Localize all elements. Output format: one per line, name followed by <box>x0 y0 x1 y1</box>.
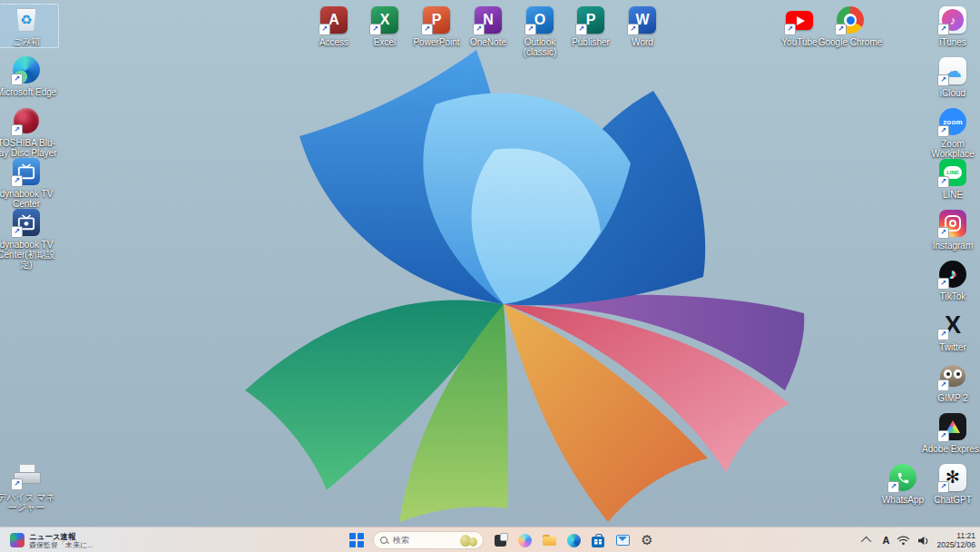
shortcut-arrow-icon: ↗ <box>784 24 796 35</box>
shortcut-arrow-icon: ↗ <box>937 74 949 86</box>
search-placeholder: 検索 <box>393 535 454 547</box>
desktop-icon-device-manager[interactable]: ↗ デバイス マネージャー <box>0 459 59 512</box>
speaker-icon[interactable] <box>917 536 929 546</box>
powerpoint-icon: P ↗ <box>420 5 453 35</box>
wallpaper-bloom <box>0 0 980 552</box>
desktop: ♻ ごみ箱 ↗ Microsoft Edge ↗ TOSHIBA Blu-ray… <box>0 0 980 552</box>
icon-label: iCloud <box>940 88 965 98</box>
windows-logo-icon <box>348 531 366 549</box>
shortcut-arrow-icon: ↗ <box>11 124 23 136</box>
desktop-icon-word[interactable]: W ↗ Word <box>610 5 675 47</box>
icon-label: dynabook TV Center <box>0 189 59 209</box>
edge-taskbar-button[interactable] <box>565 532 582 548</box>
desktop-icon-recycle-bin[interactable]: ♻ ごみ箱 <box>0 4 59 48</box>
zoom-icon: zoom ↗ <box>936 106 969 137</box>
desktop-icon-dynabook-tv-settings[interactable]: ↗ dynabook TV Center(初期設定) <box>0 207 59 270</box>
icon-label: YouTube <box>781 37 817 47</box>
tray-clock[interactable]: 11:21 2025/12/06 <box>936 531 975 549</box>
desktop-icon-dynabook-tv[interactable]: ↗ dynabook TV Center <box>0 156 59 209</box>
desktop-icon-itunes[interactable]: ♪ ↗ iTunes <box>920 5 980 47</box>
printer-icon: ↗ <box>10 459 43 490</box>
desktop-icon-gimp[interactable]: ↗ GIMP 2 <box>920 360 980 403</box>
x-logo-icon: X ↗ <box>936 310 969 340</box>
itunes-icon: ♪ ↗ <box>936 5 969 35</box>
icon-label: Word <box>632 37 653 47</box>
desktop-icon-zoom[interactable]: zoom ↗ Zoom Workplace <box>920 106 980 159</box>
icon-label: Twitter <box>939 342 965 352</box>
icon-label: ChatGPT <box>934 495 972 505</box>
outlook-icon: O ↗ <box>524 5 556 35</box>
desktop-icon-chrome[interactable]: ↗ Google Chrome <box>818 5 883 47</box>
shortcut-arrow-icon: ↗ <box>11 478 23 490</box>
icon-label: Microsoft Edge <box>0 87 56 97</box>
shortcut-arrow-icon: ↗ <box>937 227 949 239</box>
shortcut-arrow-icon: ↗ <box>937 430 949 442</box>
icon-label: LINE <box>943 190 963 200</box>
store-bag-icon <box>592 537 604 547</box>
line-icon: LINE ↗ <box>936 157 969 188</box>
recycle-bin-icon: ♻ <box>10 4 43 34</box>
widgets-icon <box>10 533 24 547</box>
shortcut-arrow-icon: ↗ <box>937 24 949 35</box>
tray-overflow-button[interactable] <box>859 532 876 548</box>
shortcut-arrow-icon: ↗ <box>887 481 899 493</box>
mail-envelope-icon <box>616 535 630 546</box>
icon-label: Excel <box>374 37 396 47</box>
shortcut-arrow-icon: ↗ <box>937 481 949 493</box>
icon-label: TikTok <box>940 291 966 301</box>
ime-indicator[interactable]: A <box>883 535 890 546</box>
wifi-icon[interactable] <box>897 536 910 546</box>
widgets-button[interactable]: ニュース速報 森保監督「未来に... <box>5 529 98 551</box>
desktop-icon-icloud[interactable]: ☁ ↗ iCloud <box>920 55 980 98</box>
widget-headline: ニュース速報 <box>29 532 93 541</box>
microsoft-store-button[interactable] <box>590 532 606 548</box>
gimp-icon: ↗ <box>936 360 969 391</box>
gear-icon: ⚙ <box>641 533 652 547</box>
onenote-icon: N ↗ <box>472 5 505 35</box>
start-button[interactable] <box>348 532 365 548</box>
icon-label: OneNote <box>470 37 506 47</box>
search-box[interactable]: 検索 <box>373 531 484 549</box>
shortcut-arrow-icon: ↗ <box>11 226 23 238</box>
desktop-icon-instagram[interactable]: ↗ Instagram <box>920 208 980 251</box>
desktop-icon-adobe-express[interactable]: ↗ Adobe Express <box>920 411 980 454</box>
icon-label: Adobe Express <box>922 444 980 454</box>
folder-icon <box>543 535 556 546</box>
desktop-icon-toshiba-bluray[interactable]: ↗ TOSHIBA Blu-ray Disc Player <box>0 105 59 158</box>
desktop-icon-line[interactable]: LINE ↗ LINE <box>920 157 980 200</box>
copilot-button[interactable] <box>516 532 533 548</box>
shortcut-arrow-icon: ↗ <box>937 278 949 290</box>
desktop-icon-chatgpt[interactable]: ✻ ↗ ChatGPT <box>920 462 980 505</box>
shortcut-arrow-icon: ↗ <box>627 24 639 35</box>
icon-label: ごみ箱 <box>13 36 40 46</box>
youtube-icon: ↗ <box>783 5 816 35</box>
shortcut-arrow-icon: ↗ <box>835 24 847 35</box>
mail-button[interactable] <box>614 532 631 548</box>
icon-label: TOSHIBA Blu-ray Disc Player <box>0 138 59 158</box>
shortcut-arrow-icon: ↗ <box>937 125 949 137</box>
shortcut-arrow-icon: ↗ <box>524 24 536 35</box>
task-view-button[interactable] <box>492 532 508 548</box>
search-icon <box>380 537 388 545</box>
whatsapp-icon: ↗ <box>887 462 919 493</box>
chevron-up-icon <box>860 537 870 547</box>
edge-icon <box>567 534 581 547</box>
desktop-icon-edge[interactable]: ↗ Microsoft Edge <box>0 54 59 97</box>
settings-button[interactable]: ⚙ <box>639 532 655 548</box>
instagram-icon: ↗ <box>936 208 969 239</box>
desktop-icon-twitter[interactable]: X ↗ Twitter <box>920 310 980 352</box>
file-explorer-button[interactable] <box>541 532 557 548</box>
icon-label: Instagram <box>933 241 973 251</box>
desktop-icon-tiktok[interactable]: ♪ ↗ TikTok <box>920 259 980 301</box>
icon-label: WhatsApp <box>882 495 924 505</box>
shortcut-arrow-icon: ↗ <box>575 24 587 35</box>
icon-label: Access <box>319 37 348 47</box>
icon-label: デバイス マネージャー <box>0 492 59 512</box>
chatgpt-icon: ✻ ↗ <box>936 462 969 493</box>
adobe-express-icon: ↗ <box>936 411 969 442</box>
shortcut-arrow-icon: ↗ <box>473 24 485 35</box>
clock-date: 2025/12/06 <box>936 540 975 549</box>
tv-settings-icon: ↗ <box>10 207 43 238</box>
recycle-symbol-icon: ♻ <box>20 13 32 26</box>
word-icon: W ↗ <box>626 5 659 35</box>
